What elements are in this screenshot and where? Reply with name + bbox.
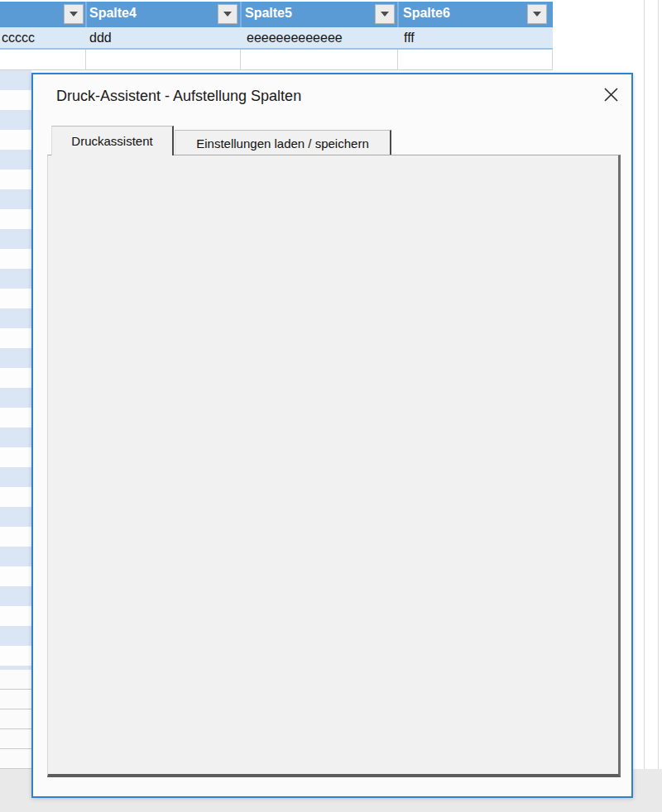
header-separator xyxy=(240,2,242,27)
sheet-grid-rows xyxy=(0,670,31,769)
close-icon[interactable] xyxy=(599,83,622,106)
sheet-gridline xyxy=(644,0,645,775)
caret-down-icon xyxy=(223,12,232,17)
table-cell: fff xyxy=(404,31,415,45)
filter-dropdown-icon[interactable] xyxy=(375,4,395,24)
cell-gridline xyxy=(552,50,553,70)
cell-gridline xyxy=(85,50,86,70)
table-cell: ddd xyxy=(89,31,112,45)
tab-einstellungen[interactable]: Einstellungen laden / speichern xyxy=(175,130,391,155)
print-assistant-dialog: Druck-Assistent - Aufstellung Spalten Dr… xyxy=(31,73,633,798)
table-banded-rows xyxy=(0,70,31,670)
tab-page xyxy=(47,155,621,777)
caret-down-icon xyxy=(381,12,389,17)
tab-druckassistent[interactable]: Druckassistent xyxy=(51,126,174,155)
table-cell: ccccc xyxy=(2,31,35,45)
cell-gridline xyxy=(240,50,241,70)
filter-dropdown-icon[interactable] xyxy=(218,4,237,24)
table-empty-row[interactable] xyxy=(0,50,553,70)
filter-dropdown-icon[interactable] xyxy=(527,4,547,24)
filter-dropdown-icon[interactable] xyxy=(64,4,84,24)
dialog-title: Druck-Assistent - Aufstellung Spalten xyxy=(56,88,301,105)
column-header: Spalte6 xyxy=(403,6,450,21)
header-separator xyxy=(397,2,399,27)
caret-down-icon xyxy=(70,12,78,17)
column-header: Spalte5 xyxy=(245,6,292,21)
table-header-row: Spalte4 Spalte5 Spalte6 xyxy=(0,2,553,27)
table-data-row[interactable]: ccccc ddd eeeeeeeeeeeee fff xyxy=(0,27,553,50)
column-header: Spalte4 xyxy=(89,6,137,21)
table-cell: eeeeeeeeeeeee xyxy=(247,31,343,45)
cell-gridline xyxy=(397,50,398,70)
caret-down-icon xyxy=(533,12,541,17)
sheet-gridline xyxy=(658,0,659,775)
header-separator xyxy=(85,2,87,27)
